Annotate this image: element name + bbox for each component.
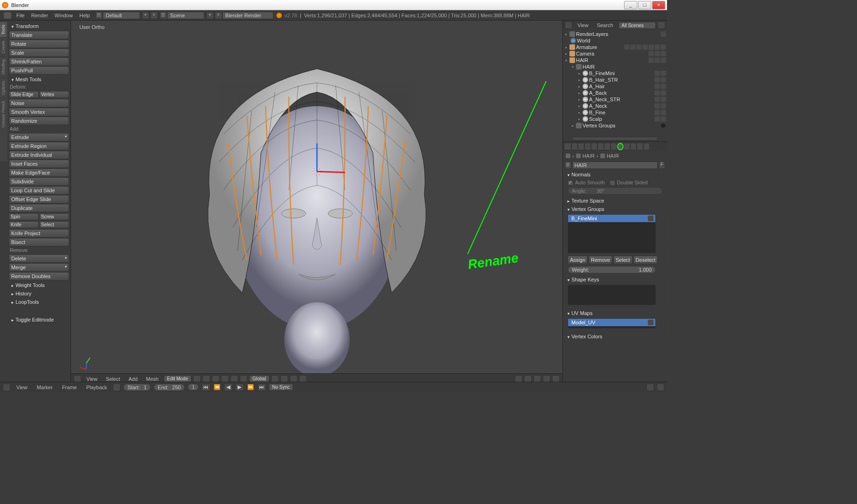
panel-texture-space[interactable]: Texture Space <box>565 197 665 204</box>
menu-file[interactable]: File <box>13 13 28 18</box>
randomize-button[interactable]: Randomize <box>9 117 69 125</box>
jump-end-button[interactable]: ⏭ <box>258 384 266 391</box>
slide-vertex-button[interactable]: Vertex <box>39 91 69 98</box>
uv-map-item[interactable]: Model_UV <box>568 319 655 326</box>
orientation-dropdown[interactable]: Global <box>249 375 269 382</box>
tree-item-armature[interactable]: ▸ Armature <box>564 44 666 50</box>
tree-item-hair-mesh[interactable]: ▾ HAIR <box>564 63 666 70</box>
noise-button[interactable]: Noise <box>9 99 69 107</box>
scene-name-field[interactable]: Scene <box>167 12 204 19</box>
current-frame-field[interactable]: 1 <box>188 384 199 391</box>
scene-remove-button[interactable]: × <box>215 12 222 19</box>
tab-texture[interactable] <box>630 143 637 150</box>
tab-scene[interactable] <box>584 143 591 150</box>
merge-button[interactable]: Merge <box>9 263 69 272</box>
deselect-button[interactable]: Deselect <box>633 256 658 264</box>
menu-help[interactable]: Help <box>76 13 93 18</box>
panel-transform-header[interactable]: Transform <box>9 22 69 30</box>
duplicate-button[interactable]: Duplicate <box>9 204 69 212</box>
vertex-group-list[interactable]: B_FineMini <box>568 214 656 253</box>
info-editor-icon[interactable] <box>4 12 11 19</box>
outliner-filter-dropdown[interactable]: All Scenes <box>618 22 656 29</box>
vg-specials-button[interactable]: ▾ <box>666 229 667 236</box>
tab-constraints[interactable] <box>604 143 611 150</box>
uv-add-button[interactable]: + <box>666 317 667 324</box>
panel-vertex-groups[interactable]: Vertex Groups <box>565 205 665 213</box>
layout-name-field[interactable]: Default <box>103 12 140 19</box>
shrink-fatten-button[interactable]: Shrink/Fatten <box>9 57 69 66</box>
jump-start-button[interactable]: ⏮ <box>202 384 210 391</box>
tab-physics[interactable] <box>643 143 650 150</box>
sk-remove-button[interactable]: − <box>666 291 667 299</box>
end-frame-field[interactable]: End: 250 <box>154 384 185 391</box>
screw-button[interactable]: Screw <box>39 213 69 220</box>
outliner-editor-icon[interactable] <box>565 21 572 29</box>
panel-weight-tools[interactable]: Weight Tools <box>9 281 69 289</box>
outliner-search-icon[interactable] <box>658 21 665 29</box>
rotate-button[interactable]: Rotate <box>9 40 69 48</box>
weight-value[interactable]: 1.000 <box>639 267 652 273</box>
push-pull-button[interactable]: Push/Pull <box>9 66 69 75</box>
mesh-name-field[interactable] <box>572 161 658 169</box>
scale-button[interactable]: Scale <box>9 49 69 57</box>
panel-uv-maps[interactable]: UV Maps <box>565 309 665 317</box>
key-prev-button[interactable]: ⏪ <box>213 384 221 391</box>
window-close-button[interactable]: × <box>652 1 665 9</box>
tree-item-material[interactable]: ▸B_FineMini <box>564 70 666 77</box>
vp-menu-mesh[interactable]: Mesh <box>143 376 162 382</box>
sk-specials-button[interactable]: ▾ <box>666 299 667 307</box>
tab-object[interactable] <box>597 143 604 150</box>
bc-object[interactable]: HAIR <box>583 153 595 159</box>
play-button[interactable]: ▶ <box>235 384 244 391</box>
panel-history[interactable]: History <box>9 289 69 298</box>
tree-item-vertex-groups[interactable]: ▸ Vertex Groups <box>564 122 666 129</box>
tree-item-world[interactable]: World <box>564 37 666 44</box>
tab-create[interactable]: Create <box>0 37 7 56</box>
vg-lock-icon[interactable] <box>648 216 653 221</box>
bc-mesh[interactable]: HAIR <box>607 153 619 159</box>
vp-menu-view[interactable]: View <box>83 376 101 382</box>
knife-select-button[interactable]: Select <box>39 221 69 228</box>
offset-edge-button[interactable]: Offset Edge Slide <box>9 195 69 203</box>
knife-project-button[interactable]: Knife Project <box>9 229 69 238</box>
tree-item-renderlayers[interactable]: ▸ RenderLayers <box>564 31 666 37</box>
layout-browse-button[interactable]: ☰ <box>95 12 103 19</box>
pin-icon[interactable] <box>566 154 570 158</box>
vg-movedown-button[interactable]: ▼ <box>666 253 667 261</box>
make-edge-face-button[interactable]: Make Edge/Face <box>9 168 69 177</box>
slide-edge-button[interactable]: Slide Edge <box>9 91 39 98</box>
window-maximize-button[interactable]: □ <box>638 1 651 9</box>
outliner-menu-view[interactable]: View <box>574 22 592 28</box>
remove-button[interactable]: Remove <box>589 256 612 264</box>
extrude-button[interactable]: Extrude <box>9 133 69 141</box>
vp-menu-select[interactable]: Select <box>103 376 124 382</box>
tree-item-material[interactable]: ▸Scalp <box>564 116 666 122</box>
loop-cut-button[interactable]: Loop Cut and Slide <box>9 186 69 195</box>
tree-item-material[interactable]: ▸A_Neck_STR <box>564 96 666 103</box>
subdivide-button[interactable]: Subdivide <box>9 177 69 186</box>
tree-item-material[interactable]: ▸A_Hair <box>564 83 666 90</box>
vp-menu-add[interactable]: Add <box>125 376 141 382</box>
vg-remove-button[interactable]: − <box>666 221 667 228</box>
tab-render[interactable] <box>571 143 578 150</box>
panel-normals[interactable]: Normals <box>565 171 665 178</box>
scene-add-button[interactable]: + <box>206 12 214 19</box>
vertex-group-item[interactable]: B_FineMini <box>568 215 655 222</box>
tab-shading-uvs[interactable]: Shading <box>0 56 7 77</box>
tab-particles[interactable] <box>637 143 643 150</box>
tree-item-hair[interactable]: ▾ HAIR <box>564 57 666 63</box>
sync-dropdown[interactable]: No Sync <box>269 384 293 391</box>
outliner-scrollbar[interactable] <box>572 137 658 140</box>
keying-set-icon[interactable] <box>646 384 654 391</box>
key-next-button[interactable]: ⏩ <box>246 384 255 391</box>
uv-remove-button[interactable]: − <box>666 325 667 332</box>
tab-options[interactable]: Options <box>0 77 7 98</box>
extrude-region-button[interactable]: Extrude Region <box>9 142 69 150</box>
bisect-button[interactable]: Bisect <box>9 238 69 246</box>
play-reverse-button[interactable]: ◀ <box>224 384 232 391</box>
tree-item-camera[interactable]: ▸ Camera <box>564 50 666 57</box>
uv-map-list[interactable]: Model_UV <box>568 318 656 329</box>
double-sided-checkbox[interactable] <box>610 180 615 186</box>
record-icon[interactable] <box>657 384 664 391</box>
panel-shape-keys[interactable]: Shape Keys <box>565 276 665 283</box>
